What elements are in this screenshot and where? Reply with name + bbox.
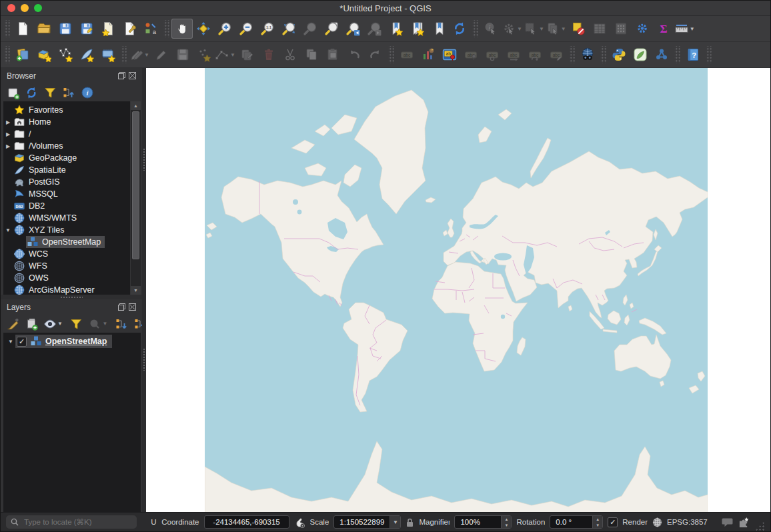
toolbar-handle[interactable] bbox=[472, 20, 478, 37]
browser-item-openstreetmap[interactable]: OpenStreetMap bbox=[3, 236, 141, 248]
browser-item-spatialite[interactable]: SpatiaLite bbox=[3, 164, 141, 176]
layer-diagram-button[interactable] bbox=[418, 45, 439, 65]
browser-item-wms-wmts[interactable]: WMS/WMTS bbox=[3, 212, 141, 224]
show-layout-manager-button[interactable] bbox=[119, 19, 140, 39]
dropdown-arrow-icon[interactable]: ▼ bbox=[230, 52, 235, 58]
processing-toolbox-button[interactable] bbox=[632, 19, 653, 39]
zoom-to-layer-button[interactable] bbox=[321, 19, 342, 39]
manage-map-themes-button[interactable]: ▼ bbox=[43, 317, 64, 331]
mouse-extents-icon[interactable] bbox=[294, 517, 305, 528]
layer-visibility-checkbox[interactable]: ✓ bbox=[17, 337, 27, 347]
add-group-button[interactable] bbox=[25, 317, 38, 331]
show-bookmarks-button[interactable] bbox=[428, 19, 449, 39]
scale-combo[interactable]: 1:150522899 ▼ bbox=[333, 515, 401, 529]
zoom-window-button[interactable] bbox=[34, 4, 42, 12]
locator-options-icon[interactable] bbox=[738, 517, 750, 528]
toolbar-handle[interactable] bbox=[4, 20, 10, 37]
toolbar-handle[interactable] bbox=[4, 46, 10, 63]
collapse-all-button[interactable] bbox=[62, 86, 75, 99]
browser-item-wfs[interactable]: WFS bbox=[3, 260, 141, 272]
save-project-button[interactable] bbox=[55, 19, 76, 39]
rotation-spinbox[interactable]: 0.0 ° ▲▼ bbox=[550, 515, 603, 529]
new-virtual-layer-button[interactable] bbox=[97, 45, 119, 65]
lock-icon[interactable] bbox=[406, 517, 414, 527]
pan-to-selection-button[interactable] bbox=[193, 19, 214, 39]
open-layer-styling-button[interactable] bbox=[6, 317, 19, 331]
new-spatial-bookmark-button[interactable] bbox=[385, 19, 406, 39]
magnifier-spinbox[interactable]: 100% ▲▼ bbox=[454, 515, 512, 529]
scale-dropdown-icon[interactable]: ▼ bbox=[390, 516, 400, 528]
measure-button[interactable]: ▼ bbox=[674, 19, 696, 39]
data-source-manager-button[interactable] bbox=[12, 45, 33, 65]
locator-search[interactable] bbox=[6, 515, 137, 529]
browser-item-wcs[interactable]: WCS bbox=[3, 248, 141, 260]
open-project-button[interactable] bbox=[33, 19, 55, 39]
browser-item-postgis[interactable]: PostGIS bbox=[3, 176, 141, 188]
help-contents-button[interactable]: ? bbox=[682, 45, 704, 65]
new-shapefile-layer-button[interactable] bbox=[55, 45, 76, 65]
messages-icon[interactable] bbox=[722, 517, 733, 527]
panel-splitter[interactable] bbox=[1, 295, 142, 299]
browser-item-geopackage[interactable]: GeoPackage bbox=[3, 152, 141, 164]
labeling-options-button[interactable]: ab bbox=[439, 45, 460, 65]
toolbar-handle[interactable] bbox=[569, 46, 575, 63]
dropdown-arrow-icon[interactable]: ▼ bbox=[57, 321, 63, 327]
browser-item-db2[interactable]: DB2DB2 bbox=[3, 200, 141, 212]
magnifier-spinner[interactable]: ▲▼ bbox=[501, 516, 511, 528]
toolbar-handle[interactable] bbox=[388, 46, 394, 63]
toolbar-handle[interactable] bbox=[706, 46, 712, 63]
toolbar-handle[interactable] bbox=[163, 20, 169, 37]
close-panel-icon[interactable] bbox=[129, 303, 136, 311]
locator-input[interactable] bbox=[23, 517, 119, 527]
render-checkbox[interactable]: ✓ bbox=[608, 517, 618, 527]
browser-item--[interactable]: ▶/ bbox=[3, 128, 141, 140]
minimize-window-button[interactable] bbox=[21, 4, 29, 12]
expand-all-button[interactable] bbox=[115, 317, 128, 331]
close-window-button[interactable] bbox=[7, 4, 15, 12]
metasearch-button[interactable] bbox=[577, 45, 598, 65]
float-panel-icon[interactable] bbox=[118, 72, 125, 79]
refresh-map-button[interactable] bbox=[449, 19, 470, 39]
python-console-button[interactable] bbox=[608, 45, 630, 65]
expander-right-icon[interactable]: ▶ bbox=[3, 119, 13, 125]
filter-legend-button[interactable] bbox=[69, 317, 83, 331]
new-geopackage-layer-button[interactable] bbox=[33, 45, 55, 65]
new-spatialite-layer-button[interactable] bbox=[76, 45, 97, 65]
scroll-up-icon[interactable]: ▲ bbox=[131, 101, 141, 110]
browser-item-favorites[interactable]: Favorites bbox=[3, 104, 141, 116]
zoom-out-button[interactable] bbox=[235, 19, 257, 39]
statistics-panel-button[interactable]: Σ bbox=[653, 19, 674, 39]
toolbar-handle[interactable] bbox=[121, 46, 127, 63]
browser-item-mssql[interactable]: MSSQL bbox=[3, 188, 141, 200]
show-bookmark-manager-button[interactable] bbox=[406, 19, 428, 39]
new-project-button[interactable] bbox=[12, 19, 33, 39]
toolbar-handle[interactable] bbox=[600, 46, 606, 63]
style-manager-button[interactable]: a bbox=[140, 19, 161, 39]
properties-widget-button[interactable]: i bbox=[81, 86, 94, 99]
expander-right-icon[interactable]: ▶ bbox=[3, 131, 13, 137]
browser-item-arcgismapserver[interactable]: ArcGisMapServer bbox=[3, 284, 141, 295]
browser-item-xyz-tiles[interactable]: ▼XYZ Tiles bbox=[3, 224, 141, 236]
deselect-all-button[interactable] bbox=[568, 19, 589, 39]
browser-item--volumes[interactable]: ▶/Volumes bbox=[3, 140, 141, 152]
scroll-thumb[interactable] bbox=[132, 111, 139, 259]
dropdown-arrow-icon[interactable]: ▼ bbox=[517, 26, 522, 32]
browser-item-home[interactable]: ▶Home bbox=[3, 116, 141, 128]
dropdown-arrow-icon[interactable]: ▼ bbox=[539, 26, 544, 32]
map-canvas[interactable] bbox=[146, 68, 770, 512]
dropdown-arrow-icon[interactable]: ▼ bbox=[102, 321, 107, 327]
expander-right-icon[interactable]: ▶ bbox=[3, 143, 13, 149]
new-print-layout-button[interactable] bbox=[97, 19, 119, 39]
dropdown-arrow-icon[interactable]: ▼ bbox=[690, 26, 695, 32]
zoom-full-button[interactable] bbox=[278, 19, 299, 39]
rotation-spinner[interactable]: ▲▼ bbox=[592, 516, 602, 528]
plugin-blue-button[interactable] bbox=[651, 45, 672, 65]
dropdown-arrow-icon[interactable]: ▼ bbox=[561, 26, 566, 32]
expander-down-icon[interactable]: ▼ bbox=[6, 339, 15, 345]
browser-scrollbar[interactable]: ▲ ▼ bbox=[130, 101, 141, 295]
zoom-in-button[interactable] bbox=[214, 19, 235, 39]
crs-globe-icon[interactable] bbox=[652, 517, 662, 527]
zoom-last-button[interactable] bbox=[342, 19, 363, 39]
scroll-down-icon[interactable]: ▼ bbox=[131, 286, 141, 295]
filter-browser-button[interactable] bbox=[43, 86, 57, 99]
